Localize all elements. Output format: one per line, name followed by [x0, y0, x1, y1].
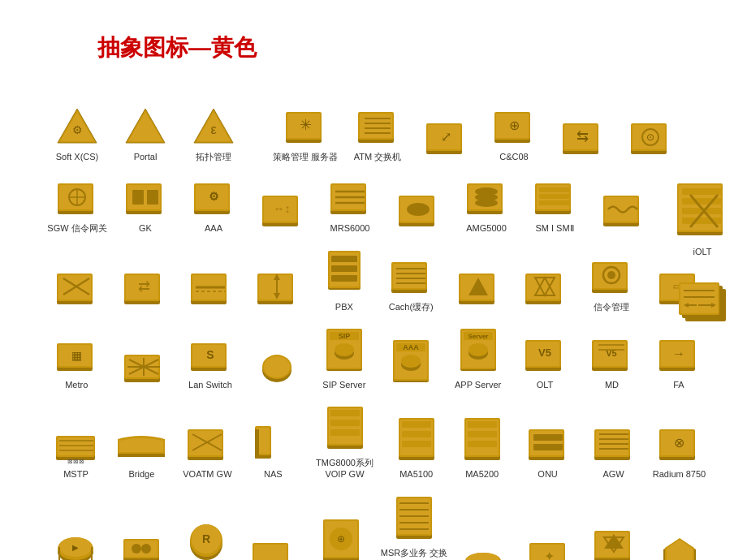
icon-blank-arrows1[interactable]: ⤢	[413, 117, 478, 162]
icon-agw[interactable]: AGW	[582, 423, 645, 480]
icon-msr[interactable]: MSR多业务 交换机 (ATM/IP/MPLS)	[379, 495, 449, 560]
svg-text:→: →	[672, 347, 685, 360]
svg-rect-222	[533, 444, 563, 450]
icon-gk[interactable]: GK	[113, 177, 178, 234]
icon-blank-tri[interactable]	[446, 267, 509, 312]
svg-point-126	[607, 271, 615, 279]
icon-blank-dash[interactable]	[179, 267, 242, 312]
icon-mstp[interactable]: ⊠⊠⊠ MSTP	[45, 434, 107, 480]
icon-blank-oval[interactable]	[386, 189, 451, 235]
svg-point-267	[467, 553, 499, 560]
icon-tmg8000[interactable]: TMG8000系列 VOIP GW	[308, 405, 382, 480]
icon-blank3[interactable]: ⊙	[618, 117, 683, 162]
icon-blank2[interactable]: ⇆	[550, 117, 615, 162]
icon-topology[interactable]: ε 拓扑管理	[181, 106, 246, 162]
svg-text:⊕: ⊕	[337, 533, 345, 545]
icon-blank-arrows2[interactable]: ⇄	[111, 267, 175, 312]
svg-rect-203	[330, 410, 360, 416]
icon-sipp[interactable]: ▶ SIPP	[45, 536, 106, 560]
icon-fa[interactable]: → FA	[647, 334, 710, 390]
icon-ma5200[interactable]: MA5200	[451, 416, 513, 480]
icon-radium8750[interactable]: ⊗ Radium 8750	[648, 423, 710, 480]
icon-olt[interactable]: V5 OLT	[513, 334, 576, 390]
icon-blank-cross2[interactable]	[111, 351, 175, 390]
svg-rect-217	[468, 441, 497, 447]
icon-blank-aaa[interactable]: AAA	[379, 338, 443, 390]
icon-mrs6000[interactable]: MRS6000	[317, 177, 382, 234]
icon-policy-mgr[interactable]: ✳ 策略管理 服务器	[269, 106, 342, 162]
svg-text:▶: ▶	[72, 543, 79, 552]
svg-rect-74	[539, 187, 570, 192]
icon-cache[interactable]: Cach(缓存)	[379, 256, 443, 312]
icon-amg5000[interactable]: AMG5000	[454, 177, 519, 234]
icon-blank-row2-4[interactable]: ↔↕	[249, 189, 314, 235]
svg-text:⊕: ⊕	[509, 118, 520, 132]
svg-rect-148	[264, 356, 290, 377]
svg-rect-14	[360, 114, 392, 138]
icon-blank-wave[interactable]	[590, 189, 655, 235]
svg-rect-108	[393, 264, 425, 288]
svg-text:Server: Server	[468, 333, 488, 340]
icon-onu[interactable]: ONU	[516, 423, 579, 480]
icon-blank-row6-4[interactable]	[240, 536, 302, 560]
svg-text:✦: ✦	[543, 549, 554, 560]
svg-marker-279	[667, 540, 693, 560]
svg-text:V5: V5	[538, 347, 551, 359]
svg-text:▦: ▦	[71, 349, 82, 362]
icon-cmts[interactable]: CMTS	[110, 536, 171, 560]
right-icons-panel: iOLT	[674, 179, 731, 333]
icon-pbx[interactable]: PBX	[313, 249, 376, 312]
icon-blank-x1[interactable]	[45, 267, 108, 312]
icon-portal[interactable]: Portal	[113, 106, 178, 162]
icon-blank-hex[interactable]	[648, 536, 710, 560]
icon-sip-server[interactable]: SIP SIP Server	[313, 327, 376, 390]
svg-rect-104	[331, 265, 357, 272]
svg-text:S: S	[206, 348, 214, 361]
icon-atm[interactable]: ATM 交换机	[345, 106, 410, 162]
svg-text:AAA: AAA	[403, 343, 419, 351]
icon-sig-mgr[interactable]: 信令管理	[580, 256, 643, 312]
icon-ma5100[interactable]: MA5100	[385, 416, 447, 480]
svg-text:⤢: ⤢	[441, 130, 451, 144]
svg-rect-209	[402, 421, 431, 428]
svg-text:⇄: ⇄	[137, 278, 149, 295]
icon-metro[interactable]: ▦ Metro	[45, 340, 108, 390]
icon-sgw[interactable]: SGW 信令网关	[45, 177, 110, 234]
icon-md[interactable]: V5 MD	[580, 334, 643, 390]
icon-sm[interactable]: SM I SMⅡ	[522, 177, 587, 234]
icon-app-server[interactable]: Server APP Server	[446, 327, 509, 390]
icon-blank-star2[interactable]: ✦	[518, 536, 580, 560]
icon-cnc08[interactable]: ⊕ C&C08	[481, 106, 546, 162]
icon-voip-router[interactable]: ⊕ VOIP功能 路由器	[306, 518, 376, 560]
svg-text:R: R	[202, 532, 210, 545]
svg-text:ε: ε	[210, 123, 216, 136]
svg-rect-221	[533, 434, 563, 441]
icon-nas[interactable]: NAS	[242, 423, 304, 480]
icon-lan-switch[interactable]: S Lan Switch	[179, 340, 242, 390]
svg-rect-204	[330, 420, 360, 426]
svg-text:⊗: ⊗	[674, 436, 684, 450]
svg-point-70	[475, 199, 498, 207]
svg-point-169	[468, 343, 488, 356]
icon-right-book[interactable]	[674, 273, 731, 333]
svg-text:⇆: ⇆	[576, 128, 589, 144]
svg-point-162	[401, 355, 421, 368]
icon-soft-x[interactable]: ⚙ Soft X(CS)	[45, 106, 110, 162]
svg-marker-4	[128, 112, 162, 141]
icon-iad[interactable]: IAD	[583, 524, 645, 560]
icon-blank-round[interactable]	[245, 351, 309, 390]
svg-rect-103	[331, 256, 357, 262]
icon-blank-row3-4[interactable]	[245, 267, 309, 312]
icon-blank-disk[interactable]	[452, 548, 514, 560]
svg-rect-284	[682, 198, 723, 205]
icon-router[interactable]: R 路由器	[175, 524, 237, 560]
icon-iolt-large[interactable]: iOLT	[674, 179, 731, 256]
icon-blank-split[interactable]	[513, 267, 576, 312]
svg-point-64	[407, 203, 430, 216]
page-title: 抽象图标—黄色	[97, 32, 257, 63]
icon-aaa[interactable]: ⚙ AAA	[181, 177, 246, 234]
icon-voatm-gw[interactable]: VOATM GW	[176, 423, 239, 480]
icon-bridge[interactable]: Bridge	[110, 434, 173, 480]
svg-text:⚙: ⚙	[72, 123, 83, 136]
svg-text:⊙: ⊙	[646, 131, 654, 143]
